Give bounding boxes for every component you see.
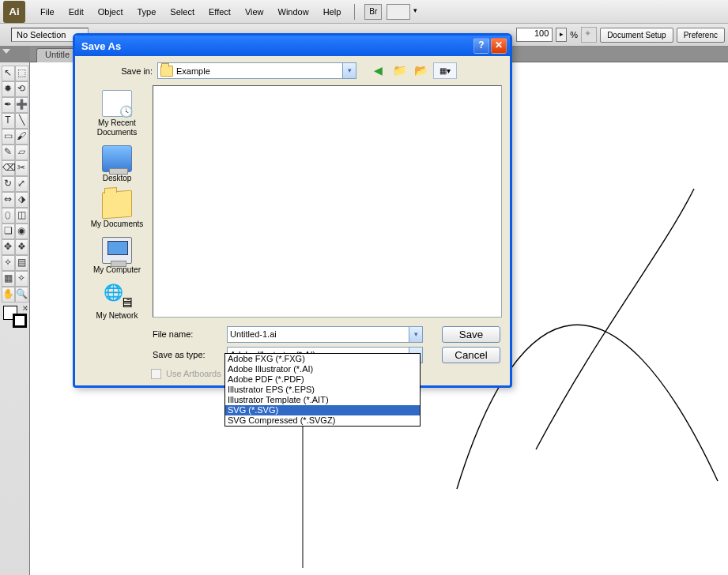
artboard-icon: ▦ [4, 272, 13, 284]
type-option[interactable]: Illustrator EPS (*.EPS) [225, 385, 420, 395]
app-logo: Ai [3, 1, 25, 23]
tool-selection[interactable]: ↖ [2, 66, 15, 81]
tool-blob[interactable]: ▱ [15, 145, 28, 160]
computer-icon [102, 237, 132, 264]
document-setup-button[interactable]: Document Setup [600, 28, 673, 43]
type-option[interactable]: Adobe PDF (*.PDF) [225, 374, 420, 385]
place-paper[interactable]: My Recent Documents [85, 90, 149, 137]
tool-paintbrush[interactable]: 🖌 [15, 129, 28, 145]
menu-object[interactable]: Object [91, 2, 130, 21]
blob-icon: ▱ [18, 146, 25, 157]
close-button[interactable]: ✕ [491, 38, 507, 54]
tool-slice[interactable]: ✧ [15, 271, 28, 287]
type-icon: T [5, 115, 10, 126]
tool-gradient[interactable]: ◉ [15, 224, 28, 239]
tool-eyedropper[interactable]: ✥ [2, 239, 15, 255]
place-mydocs[interactable]: My Documents [85, 191, 149, 229]
menu-view[interactable]: View [238, 2, 271, 21]
cancel-button[interactable]: Cancel [442, 347, 500, 363]
save-as-type-listbox[interactable]: Adobe FXG (*.FXG)Adobe Illustrator (*.AI… [224, 353, 421, 427]
tool-hand[interactable]: ✋ [2, 287, 15, 303]
type-option[interactable]: Illustrator Template (*.AIT) [225, 395, 420, 405]
menu-file[interactable]: File [33, 2, 62, 21]
place-desktop[interactable]: Desktop [85, 145, 149, 183]
mydocs-icon [102, 190, 132, 220]
menu-separator [354, 4, 355, 20]
type-option[interactable]: Adobe Illustrator (*.AI) [225, 364, 420, 374]
width-icon: ⇔ [4, 194, 12, 205]
menu-items: File Edit Object Type Select Effect View… [33, 2, 348, 21]
eyedropper-icon: ✥ [4, 241, 12, 252]
view-menu-icon[interactable]: ▦▾ [433, 62, 457, 79]
slice-icon: ✧ [17, 272, 25, 284]
place-computer[interactable]: My Computer [85, 237, 149, 275]
arrange-documents-dropdown[interactable] [387, 4, 410, 20]
file-list[interactable] [153, 85, 502, 318]
tool-lasso[interactable]: ⟲ [15, 81, 28, 97]
tool-eraser[interactable]: ⌫ [2, 160, 15, 176]
save-in-combo[interactable]: Example ▾ [157, 62, 356, 79]
paper-icon [102, 90, 132, 117]
place-network[interactable]: My Network [85, 283, 149, 321]
new-folder-icon[interactable]: 📂 [412, 62, 429, 79]
type-option[interactable]: SVG (*.SVG) [225, 405, 420, 415]
tool-pen[interactable]: ✒ [2, 97, 15, 113]
free-transform-icon: ⬗ [18, 194, 25, 205]
menu-window[interactable]: Window [271, 2, 316, 21]
tool-free-transform[interactable]: ⬗ [15, 192, 28, 208]
file-name-value: Untitled-1.ai [230, 329, 277, 339]
tool-direct-select[interactable]: ⬚ [15, 66, 28, 81]
tool-pencil[interactable]: ✎ [2, 145, 15, 160]
save-button[interactable]: Save [442, 326, 500, 343]
tool-rotate[interactable]: ↻ [2, 176, 15, 192]
tool-perspective[interactable]: ◫ [15, 208, 28, 224]
menu-effect[interactable]: Effect [202, 2, 238, 21]
stroke-swatch[interactable] [13, 314, 27, 328]
chevron-down-icon[interactable]: ▾ [409, 327, 422, 342]
type-option[interactable]: Adobe FXG (*.FXG) [225, 354, 420, 364]
tool-blend[interactable]: ❖ [15, 239, 28, 255]
tool-column-graph[interactable]: ▤ [15, 255, 28, 271]
file-name-input[interactable]: Untitled-1.ai ▾ [227, 326, 423, 343]
bridge-button[interactable]: Br [364, 4, 382, 20]
opacity-input[interactable]: 100 [516, 28, 553, 42]
type-option[interactable]: SVG Compressed (*.SVGZ) [225, 415, 420, 426]
back-icon[interactable]: ◀ [369, 62, 387, 79]
help-button[interactable]: ? [473, 38, 489, 54]
opacity-unit: % [570, 30, 578, 39]
menu-help[interactable]: Help [316, 2, 349, 21]
fill-stroke-swatch[interactable]: ⤭ [3, 306, 27, 328]
tool-line[interactable]: ╲ [15, 113, 28, 129]
tool-rectangle[interactable]: ▭ [2, 129, 15, 145]
tool-magic-wand[interactable]: ✸ [2, 81, 15, 97]
up-folder-icon[interactable]: 📁 [390, 62, 408, 79]
desktop-icon [102, 145, 132, 172]
menu-select[interactable]: Select [163, 2, 202, 21]
folder-icon [160, 66, 173, 77]
tool-symbol-spray[interactable]: ✧ [2, 255, 15, 271]
preferences-button[interactable]: Preferenc [677, 28, 725, 43]
tool-width[interactable]: ⇔ [2, 192, 15, 208]
tool-zoom[interactable]: 🔍 [15, 287, 28, 303]
pencil-icon: ✎ [4, 146, 12, 157]
tool-shape-builder[interactable]: ⬯ [2, 208, 15, 224]
tool-mesh[interactable]: ❏ [2, 224, 15, 239]
tool-type[interactable]: T [2, 113, 15, 129]
tool-add-anchor[interactable]: ➕ [15, 97, 28, 113]
tool-scissors[interactable]: ✂ [15, 160, 28, 176]
menu-edit[interactable]: Edit [62, 2, 91, 21]
places-bar: My Recent DocumentsDesktopMy DocumentsMy… [83, 85, 151, 318]
place-label: My Documents [85, 220, 149, 229]
chevron-down-icon[interactable]: ▾ [342, 63, 356, 78]
menu-type[interactable]: Type [130, 2, 164, 21]
perspective-icon: ◫ [17, 209, 26, 220]
use-artboards-checkbox[interactable] [151, 369, 161, 379]
direct-select-icon: ⬚ [17, 67, 26, 78]
swap-icon[interactable]: ⤭ [22, 304, 28, 312]
opacity-stepper[interactable]: ▸ [556, 28, 567, 42]
tool-scale[interactable]: ⤢ [15, 176, 28, 192]
dialog-titlebar[interactable]: Save As ? ✕ [75, 36, 510, 56]
tool-artboard[interactable]: ▦ [2, 271, 15, 287]
blend-icon: ❖ [17, 241, 26, 252]
align-icon[interactable] [581, 27, 597, 43]
